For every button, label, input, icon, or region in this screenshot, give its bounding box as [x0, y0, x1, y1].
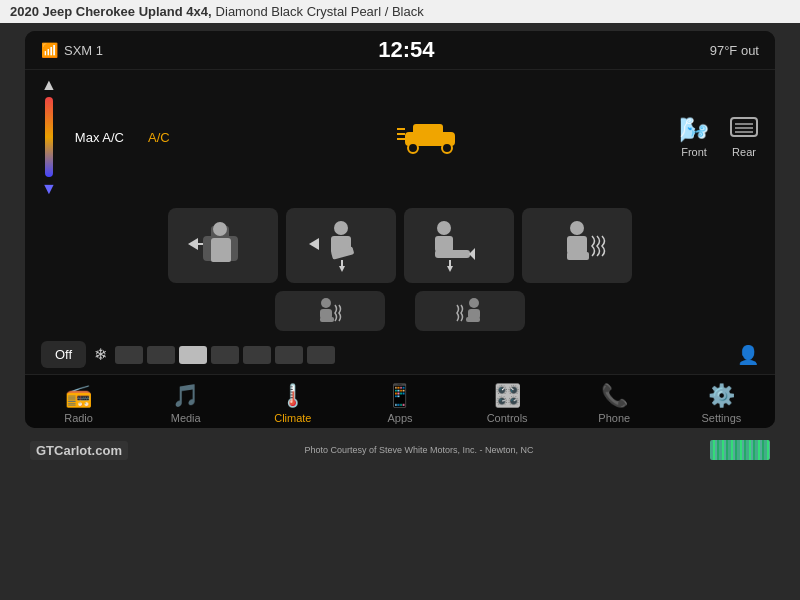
vehicle-color: Diamond Black Crystal Pearl / Black [216, 4, 424, 19]
media-label: Media [171, 412, 201, 424]
svg-point-3 [442, 143, 452, 153]
fan-seg-3[interactable] [179, 346, 207, 364]
radio-station: SXM 1 [64, 43, 103, 58]
outside-temp: 97°F out [710, 43, 759, 58]
nav-climate[interactable]: 🌡️ Climate [239, 383, 346, 424]
fan-segments [115, 346, 729, 364]
svg-rect-32 [567, 252, 589, 260]
fan-seg-7[interactable] [307, 346, 335, 364]
fan-seg-6[interactable] [275, 346, 303, 364]
status-left: 📶 SXM 1 [41, 42, 103, 58]
svg-marker-16 [188, 238, 198, 250]
nav-media[interactable]: 🎵 Media [132, 383, 239, 424]
fan-seg-2[interactable] [147, 346, 175, 364]
phone-icon: 📞 [601, 383, 628, 409]
vehicle-name: 2020 Jeep Cherokee Upland 4x4, [10, 4, 212, 19]
off-button[interactable]: Off [41, 341, 86, 368]
svg-rect-15 [211, 254, 231, 262]
svg-point-2 [408, 143, 418, 153]
svg-rect-25 [435, 236, 453, 252]
page-wrapper: 2020 Jeep Cherokee Upland 4x4, Diamond B… [0, 0, 800, 600]
photo-credit: Photo Courtesy of Steve White Motors, In… [304, 445, 533, 455]
svg-rect-1 [413, 124, 443, 136]
nav-settings[interactable]: ⚙️ Settings [668, 383, 775, 424]
svg-point-33 [321, 298, 331, 308]
temp-gradient-bar [45, 97, 53, 177]
svg-marker-28 [447, 266, 453, 272]
seat-heat-left-button[interactable] [275, 291, 385, 331]
seat-heat-right-button[interactable] [415, 291, 525, 331]
max-ac-button[interactable]: Max A/C [63, 126, 136, 149]
ac-right-modes: 🌬️ Front Rear [679, 116, 759, 158]
rear-mode-button[interactable]: Rear [729, 116, 759, 158]
nav-controls[interactable]: 🎛️ Controls [454, 383, 561, 424]
svg-point-18 [334, 221, 348, 235]
svg-marker-23 [309, 238, 319, 250]
seat-heat-row [25, 287, 775, 335]
svg-rect-35 [320, 317, 334, 322]
controls-icon: 🎛️ [494, 383, 521, 409]
nav-apps[interactable]: 📱 Apps [346, 383, 453, 424]
gtcarlot-logo: GTCarlot.com [30, 441, 128, 460]
svg-rect-38 [466, 317, 480, 322]
ac-button[interactable]: A/C [136, 126, 182, 149]
fan-down-icon: ❄ [94, 345, 107, 364]
radio-icon: 📻 [65, 383, 92, 409]
apps-label: Apps [387, 412, 412, 424]
ac-center [182, 114, 679, 161]
rear-defrost-icon [729, 116, 759, 144]
settings-label: Settings [702, 412, 742, 424]
radio-label: Radio [64, 412, 93, 424]
front-label: Front [681, 146, 707, 158]
svg-rect-26 [435, 250, 470, 258]
fan-seg-4[interactable] [211, 346, 239, 364]
fan-speed-row: Off ❄ 👤 [25, 335, 775, 374]
rear-label: Rear [732, 146, 756, 158]
green-grass-decoration [710, 440, 770, 460]
car-airflow-icon [395, 114, 465, 161]
phone-label: Phone [598, 412, 630, 424]
bottom-nav: 📻 Radio 🎵 Media 🌡️ Climate 📱 Apps 🎛️ Con… [25, 374, 775, 428]
svg-rect-31 [567, 236, 587, 254]
climate-label: Climate [274, 412, 311, 424]
svg-marker-21 [339, 266, 345, 272]
seat-recline-down-button[interactable] [404, 208, 514, 283]
settings-icon: ⚙️ [708, 383, 735, 409]
front-airflow-icon: 🌬️ [679, 116, 709, 144]
car-title-bar: 2020 Jeep Cherokee Upland 4x4, Diamond B… [0, 0, 800, 23]
nav-phone[interactable]: 📞 Phone [561, 383, 668, 424]
status-bar: 📶 SXM 1 12:54 97°F out [25, 31, 775, 70]
temp-down-arrow[interactable]: ▼ [41, 180, 57, 198]
radio-wave-icon: 📶 [41, 42, 58, 58]
seat-airflow-front-button[interactable] [168, 208, 278, 283]
fan-seg-1[interactable] [115, 346, 143, 364]
svg-rect-7 [731, 118, 757, 136]
media-icon: 🎵 [172, 383, 199, 409]
clock-display: 12:54 [378, 37, 434, 63]
svg-point-30 [570, 221, 584, 235]
svg-point-13 [213, 222, 227, 236]
nav-radio[interactable]: 📻 Radio [25, 383, 132, 424]
temp-up-arrow[interactable]: ▲ [41, 76, 57, 94]
controls-label: Controls [487, 412, 528, 424]
svg-marker-27 [469, 248, 475, 260]
front-mode-button[interactable]: 🌬️ Front [679, 116, 709, 158]
svg-point-36 [469, 298, 479, 308]
climate-icon: 🌡️ [279, 383, 306, 409]
seat-controls-row [25, 204, 775, 287]
fan-person-icon: 👤 [737, 344, 759, 366]
infotainment-screen: 📶 SXM 1 12:54 97°F out ▲ ▼ Max A/C A/C [25, 31, 775, 428]
ac-controls-row: ▲ ▼ Max A/C A/C [25, 70, 775, 204]
svg-point-24 [437, 221, 451, 235]
apps-icon: 📱 [386, 383, 413, 409]
fan-seg-5[interactable] [243, 346, 271, 364]
seat-airflow-recline-button[interactable] [286, 208, 396, 283]
seat-heated-rear-button[interactable] [522, 208, 632, 283]
